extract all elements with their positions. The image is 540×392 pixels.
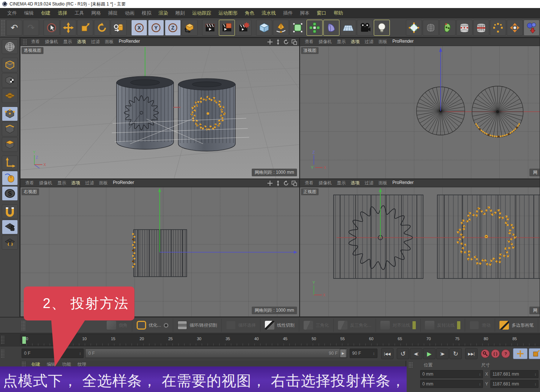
render-view-button[interactable] bbox=[202, 20, 218, 36]
menubar-item[interactable]: 运动跟踪 bbox=[189, 8, 215, 18]
end-frame-field[interactable]: 90 F↕ bbox=[350, 349, 377, 358]
panel-grip[interactable] bbox=[408, 362, 413, 368]
menubar-item[interactable]: 网格 bbox=[88, 8, 104, 18]
size-field[interactable]: 1187.681 mm↕ bbox=[490, 370, 539, 378]
position-field[interactable]: 0 mm↕ bbox=[420, 370, 483, 378]
viewport-menu-item[interactable]: ProRender bbox=[116, 39, 142, 45]
viewport-menu-item[interactable]: 选项 bbox=[69, 180, 83, 186]
scale-tool-button[interactable] bbox=[77, 20, 93, 36]
viewport-menu-item[interactable]: 显示 bbox=[334, 39, 348, 45]
toggle-view-icon[interactable] bbox=[291, 180, 297, 186]
menubar-item[interactable]: 选择 bbox=[54, 8, 71, 18]
move-tool-button[interactable] bbox=[60, 20, 76, 36]
menubar-item[interactable]: 文件 bbox=[4, 8, 20, 18]
mes h-tool-button[interactable]: 对齐法线 bbox=[376, 319, 421, 332]
viewport-menu-item[interactable]: ProRender bbox=[390, 39, 416, 45]
spinner-icon[interactable]: ↕ bbox=[479, 382, 481, 386]
snap-sidebar-button[interactable] bbox=[2, 204, 18, 219]
viewport-menu-item[interactable]: 摄像机 bbox=[316, 180, 334, 186]
viewport-menu-item[interactable]: ProRender bbox=[110, 180, 137, 186]
menubar-item[interactable]: 脚本 bbox=[296, 8, 313, 18]
tool-settings-gear-icon[interactable] bbox=[164, 323, 168, 328]
next-key-button[interactable]: ↻ bbox=[449, 348, 462, 359]
y-axis-lock-button[interactable]: Y bbox=[148, 20, 164, 36]
point-snap-button[interactable] bbox=[490, 20, 506, 36]
rotate-tool-button[interactable] bbox=[94, 20, 110, 36]
dolly-view-icon[interactable] bbox=[275, 39, 281, 45]
workplane-lock-button[interactable] bbox=[2, 220, 18, 234]
viewport-menu-item[interactable]: ProRender bbox=[390, 180, 416, 186]
menubar-item[interactable]: 运动图形 bbox=[215, 8, 241, 18]
x-axis-lock-button[interactable]: X bbox=[131, 20, 147, 36]
coordinate-system-button[interactable] bbox=[182, 20, 198, 36]
mes h-tool-button[interactable]: 循环选择 bbox=[222, 319, 261, 332]
pan-view-icon[interactable] bbox=[267, 180, 273, 186]
menubar-item[interactable]: 角色 bbox=[241, 8, 258, 18]
record-key-button[interactable] bbox=[481, 349, 490, 358]
viewport-menu-item[interactable]: 查看 bbox=[28, 39, 42, 45]
workplane-mode-button[interactable] bbox=[2, 88, 18, 103]
live-selection-button[interactable] bbox=[43, 20, 60, 36]
viewport-menu-item[interactable]: 显示 bbox=[334, 180, 348, 186]
viewport-menu-item[interactable]: 过滤 bbox=[362, 39, 376, 45]
viewport-menu-item[interactable]: 面板 bbox=[376, 39, 390, 45]
toolbar-grip[interactable] bbox=[21, 320, 26, 331]
menubar-item[interactable]: 模拟 bbox=[138, 8, 155, 18]
prev-frame-button[interactable]: ◀( bbox=[410, 348, 422, 359]
range-handle[interactable]: ▶ bbox=[340, 349, 346, 358]
timeline-grip[interactable] bbox=[1, 335, 4, 344]
menubar-item[interactable]: 捕捉 bbox=[104, 8, 121, 18]
polygons-mode-button[interactable] bbox=[2, 137, 18, 152]
spinner-icon[interactable]: ↕ bbox=[535, 382, 536, 386]
subdivision-surface-button[interactable] bbox=[290, 20, 306, 36]
points-mode-button[interactable] bbox=[2, 107, 18, 121]
viewport-perspective-canvas[interactable]: Y Z X 透视视图 网格间距 : 1000 mm bbox=[20, 46, 299, 178]
menubar-item[interactable]: 编辑 bbox=[20, 8, 37, 18]
toggle-view-icon[interactable] bbox=[291, 39, 297, 45]
deformer-button[interactable] bbox=[323, 20, 339, 36]
key-options-button[interactable]: ? bbox=[501, 349, 510, 358]
viewport-menu-item[interactable]: 摄像机 bbox=[316, 39, 334, 45]
viewport-menu-item[interactable]: 摄像机 bbox=[37, 180, 55, 186]
menubar-item[interactable]: 创建 bbox=[37, 8, 54, 18]
viewport-menu-item[interactable]: 面板 bbox=[102, 39, 116, 45]
snap-button[interactable] bbox=[507, 20, 523, 36]
viewport-menu-item[interactable]: 查看 bbox=[23, 180, 37, 186]
spinner-icon[interactable]: ↕ bbox=[373, 351, 375, 356]
environment-floor-button[interactable] bbox=[340, 20, 356, 36]
texture-mode-sidebar-button[interactable] bbox=[2, 73, 18, 88]
timeline-ruler[interactable]: 010152025303540455055606570758085 bbox=[20, 334, 540, 346]
menubar-item[interactable]: 窗口 bbox=[313, 8, 330, 18]
viewport-menu-item[interactable]: 显示 bbox=[55, 180, 69, 186]
edges-mode-button[interactable] bbox=[2, 122, 18, 137]
viewport-menu-item[interactable]: 过滤 bbox=[88, 39, 102, 45]
viewport-menu-item[interactable]: 查看 bbox=[302, 39, 316, 45]
viewport-menu-item[interactable]: 查看 bbox=[302, 180, 316, 186]
mes h-tool-button[interactable]: 三角化 bbox=[299, 319, 334, 332]
viewport-top-canvas[interactable]: Z Y X 顶视图 网 bbox=[300, 46, 540, 178]
dolly-view-icon[interactable] bbox=[275, 180, 281, 186]
render-settings-button[interactable] bbox=[236, 20, 252, 36]
mes h-tool-button[interactable]: 线性切割 bbox=[261, 319, 299, 332]
viewport-menu-item[interactable]: 面板 bbox=[376, 180, 390, 186]
object-mode-button[interactable] bbox=[440, 20, 456, 36]
make-editable-button[interactable] bbox=[2, 39, 18, 54]
menubar-item[interactable]: 雕刻 bbox=[172, 8, 189, 18]
viewport-menu-item[interactable]: 选项 bbox=[348, 39, 362, 45]
viewport-menu-item[interactable]: 过滤 bbox=[83, 180, 96, 186]
menubar-item[interactable]: 工具 bbox=[71, 8, 88, 18]
mes h-tool-button[interactable]: 滑动 bbox=[465, 319, 495, 332]
rotate-view-icon[interactable] bbox=[283, 39, 289, 45]
transport-grip[interactable] bbox=[1, 349, 4, 358]
model-mode-button[interactable] bbox=[406, 20, 422, 36]
light-button[interactable] bbox=[374, 20, 390, 36]
goto-start-button[interactable]: |◀◀ bbox=[381, 348, 393, 359]
mes h-tool-button[interactable]: 反转法线 bbox=[421, 319, 465, 332]
model-mode-sidebar-button[interactable] bbox=[2, 58, 18, 72]
workflow-button[interactable] bbox=[524, 20, 540, 36]
menubar-item[interactable]: 渲染 bbox=[155, 8, 172, 18]
mes h-tool-button[interactable]: 循环/路径切割 bbox=[173, 319, 222, 332]
viewport-solo-button[interactable] bbox=[2, 171, 18, 185]
menubar-item[interactable]: 插件 bbox=[279, 8, 296, 18]
viewport-menu-item[interactable]: 显示 bbox=[61, 39, 75, 45]
